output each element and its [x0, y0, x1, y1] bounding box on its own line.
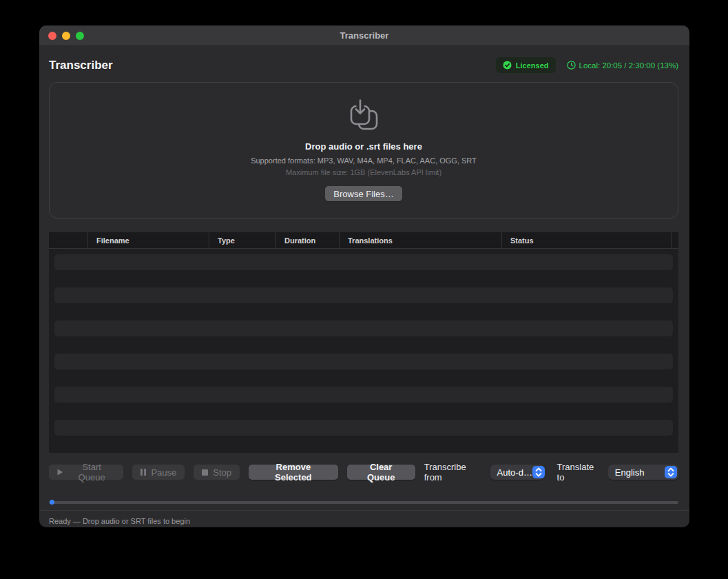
- transcribe-from-select[interactable]: Auto-d…: [490, 465, 544, 480]
- checkmark-seal-icon: [503, 61, 512, 70]
- pause-label: Pause: [151, 467, 176, 478]
- browse-files-button[interactable]: Browse Files…: [325, 186, 402, 201]
- progress-track: [49, 501, 678, 504]
- column-header-filename[interactable]: Filename: [88, 232, 209, 248]
- table-body: [49, 249, 678, 436]
- titlebar[interactable]: Transcriber: [39, 26, 689, 46]
- play-icon: [57, 469, 63, 476]
- column-header-filler: [672, 232, 678, 248]
- pause-button[interactable]: Pause: [132, 465, 185, 480]
- empty-row-stripe: [54, 254, 673, 270]
- language-controls: Transcribe from Auto-d… Translate to Eng…: [424, 462, 678, 482]
- stop-label: Stop: [213, 467, 231, 478]
- usage-status-text: Local: 20:05 / 2:30:00 (13%): [579, 61, 679, 70]
- clock-icon: [567, 61, 576, 70]
- transcribe-from-label: Transcribe from: [424, 462, 485, 482]
- empty-row-stripe: [54, 387, 673, 403]
- dropzone-title: Drop audio or .srt files here: [305, 141, 422, 152]
- usage-status: Local: 20:05 / 2:30:00 (13%): [567, 61, 679, 70]
- queue-toolbar: Start Queue Pause Stop Remove Selected C…: [49, 462, 678, 482]
- license-badge: Licensed: [496, 57, 556, 73]
- drop-files-icon: [347, 99, 380, 132]
- status-message: Ready — Drop audio or SRT files to begin: [49, 517, 190, 525]
- chevron-up-down-icon: [665, 466, 677, 478]
- start-queue-button[interactable]: Start Queue: [49, 465, 123, 480]
- empty-row-stripe: [54, 287, 673, 303]
- clear-queue-button[interactable]: Clear Queue: [347, 465, 415, 480]
- chevron-up-down-icon: [532, 466, 545, 478]
- stop-icon: [202, 469, 208, 476]
- pause-icon: [141, 469, 146, 476]
- progress-indicator: [50, 500, 54, 505]
- page-title: Transcriber: [49, 59, 113, 72]
- column-header-duration[interactable]: Duration: [276, 232, 340, 248]
- dropzone-max-file-size: Maximum file size: 1GB (ElevenLabs API l…: [286, 168, 441, 176]
- translate-to-label: Translate to: [557, 462, 603, 482]
- remove-selected-button[interactable]: Remove Selected: [249, 465, 338, 480]
- stop-button[interactable]: Stop: [194, 465, 240, 480]
- column-header-status[interactable]: Status: [502, 232, 672, 248]
- header-status-cluster: Licensed Local: 20:05 / 2:30:00 (13%): [496, 57, 678, 73]
- progress-bar: [49, 500, 678, 505]
- license-badge-label: Licensed: [516, 61, 549, 70]
- minimize-button[interactable]: [62, 32, 70, 40]
- column-header-translations[interactable]: Translations: [340, 232, 502, 248]
- window-title: Transcriber: [39, 30, 689, 41]
- empty-row-stripe: [54, 321, 673, 336]
- transcribe-from-value: Auto-d…: [497, 467, 532, 478]
- traffic-lights: [48, 32, 84, 40]
- empty-row-stripe: [54, 354, 673, 369]
- app-header: Transcriber Licensed Local: 20:05 / 2:30…: [39, 46, 689, 82]
- zoom-button[interactable]: [76, 32, 84, 40]
- file-drop-zone[interactable]: Drop audio or .srt files here Supported …: [49, 82, 678, 219]
- column-header-spacer: [49, 232, 88, 248]
- queue-table: Filename Type Duration Translations Stat…: [49, 232, 678, 453]
- dropzone-supported-formats: Supported formats: MP3, WAV, M4A, MP4, F…: [251, 156, 477, 165]
- table-header: Filename Type Duration Translations Stat…: [49, 232, 678, 249]
- translate-to-value: English: [615, 467, 645, 478]
- status-bar: Ready — Drop audio or SRT files to begin: [39, 510, 689, 527]
- empty-row-stripe: [54, 420, 673, 436]
- close-button[interactable]: [48, 32, 56, 40]
- start-queue-label: Start Queue: [68, 462, 116, 482]
- column-header-type[interactable]: Type: [209, 232, 276, 248]
- translate-to-select[interactable]: English: [608, 465, 678, 480]
- app-window: Transcriber Transcriber Licensed Local: …: [39, 26, 689, 527]
